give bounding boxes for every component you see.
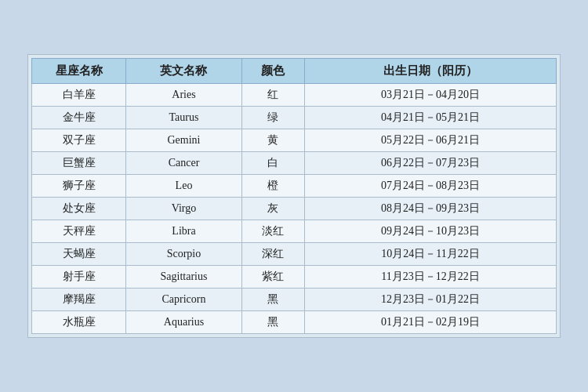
cell-cn-name: 摩羯座 [32, 289, 126, 311]
cell-en-name: Taurus [126, 107, 241, 129]
cell-cn-name: 处女座 [32, 198, 126, 220]
cell-date: 05月22日－06月21日 [304, 129, 556, 152]
cell-date: 10月24日－11月22日 [304, 243, 556, 266]
cell-color: 红 [241, 84, 304, 107]
cell-color: 黑 [241, 311, 304, 334]
cell-en-name: Gemini [126, 129, 241, 152]
table-row: 金牛座Taurus绿04月21日－05月21日 [32, 107, 557, 129]
cell-color: 灰 [241, 198, 304, 220]
table-row: 处女座Virgo灰08月24日－09月23日 [32, 198, 557, 220]
cell-color: 绿 [241, 107, 304, 129]
cell-cn-name: 射手座 [32, 266, 126, 289]
cell-cn-name: 狮子座 [32, 175, 126, 198]
cell-cn-name: 天秤座 [32, 220, 126, 243]
cell-cn-name: 双子座 [32, 129, 126, 152]
table-row: 巨蟹座Cancer白06月22日－07月23日 [32, 152, 557, 175]
table-row: 摩羯座Capricorn黑12月23日－01月22日 [32, 289, 557, 311]
cell-cn-name: 白羊座 [32, 84, 126, 107]
cell-cn-name: 金牛座 [32, 107, 126, 129]
table-row: 狮子座Leo橙07月24日－08月23日 [32, 175, 557, 198]
cell-color: 黄 [241, 129, 304, 152]
table-row: 水瓶座Aquarius黑01月21日－02月19日 [32, 311, 557, 334]
cell-cn-name: 水瓶座 [32, 311, 126, 334]
table-row: 天蝎座Scorpio深红10月24日－11月22日 [32, 243, 557, 266]
cell-en-name: Leo [126, 175, 241, 198]
cell-en-name: Sagittarius [126, 266, 241, 289]
cell-date: 08月24日－09月23日 [304, 198, 556, 220]
cell-cn-name: 天蝎座 [32, 243, 126, 266]
cell-color: 橙 [241, 175, 304, 198]
cell-en-name: Aries [126, 84, 241, 107]
zodiac-table: 星座名称 英文名称 颜色 出生日期（阳历） 白羊座Aries红03月21日－04… [31, 58, 557, 334]
cell-date: 12月23日－01月22日 [304, 289, 556, 311]
cell-date: 03月21日－04月20日 [304, 84, 556, 107]
cell-date: 04月21日－05月21日 [304, 107, 556, 129]
cell-en-name: Scorpio [126, 243, 241, 266]
cell-date: 09月24日－10月23日 [304, 220, 556, 243]
cell-en-name: Aquarius [126, 311, 241, 334]
cell-color: 淡红 [241, 220, 304, 243]
cell-en-name: Capricorn [126, 289, 241, 311]
cell-date: 11月23日－12月22日 [304, 266, 556, 289]
cell-cn-name: 巨蟹座 [32, 152, 126, 175]
cell-date: 01月21日－02月19日 [304, 311, 556, 334]
table-row: 白羊座Aries红03月21日－04月20日 [32, 84, 557, 107]
cell-color: 黑 [241, 289, 304, 311]
header-color: 颜色 [241, 59, 304, 84]
table-row: 天秤座Libra淡红09月24日－10月23日 [32, 220, 557, 243]
cell-color: 紫红 [241, 266, 304, 289]
header-en-name: 英文名称 [126, 59, 241, 84]
table-row: 射手座Sagittarius紫红11月23日－12月22日 [32, 266, 557, 289]
table-row: 双子座Gemini黄05月22日－06月21日 [32, 129, 557, 152]
cell-en-name: Cancer [126, 152, 241, 175]
cell-en-name: Virgo [126, 198, 241, 220]
header-date: 出生日期（阳历） [304, 59, 556, 84]
cell-en-name: Libra [126, 220, 241, 243]
cell-date: 07月24日－08月23日 [304, 175, 556, 198]
cell-color: 白 [241, 152, 304, 175]
table-header-row: 星座名称 英文名称 颜色 出生日期（阳历） [32, 59, 557, 84]
cell-color: 深红 [241, 243, 304, 266]
cell-date: 06月22日－07月23日 [304, 152, 556, 175]
header-cn-name: 星座名称 [32, 59, 126, 84]
zodiac-table-container: 星座名称 英文名称 颜色 出生日期（阳历） 白羊座Aries红03月21日－04… [27, 54, 561, 338]
